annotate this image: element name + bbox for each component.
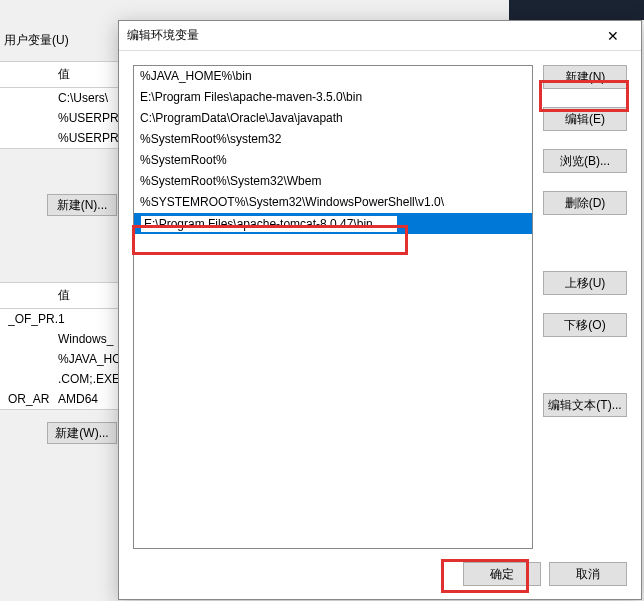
new-user-var-button[interactable]: 新建(N)... [47,194,117,216]
dialog-titlebar: 编辑环境变量 ✕ [119,21,641,51]
path-entry[interactable]: %SystemRoot%\system32 [134,129,532,150]
move-down-button[interactable]: 下移(O) [543,313,627,337]
user-vars-list: C:\Users\ %USERPR %USERPR [0,88,120,149]
close-button[interactable]: ✕ [593,22,633,50]
path-entry-input[interactable] [140,215,398,233]
list-row: _OF_PR... 1 [0,309,120,329]
path-entry[interactable]: %JAVA_HOME%\bin [134,66,532,87]
new-entry-button[interactable]: 新建(N) [543,65,627,89]
ok-button[interactable]: 确定 [463,562,541,586]
close-icon: ✕ [607,28,619,44]
list-row: .COM;.EXE [0,369,120,389]
user-vars-section: 用户变量(U) 值 C:\Users\ %USERPR %USERPR [0,30,120,149]
list-row: Windows_ [0,329,120,349]
path-entry[interactable]: %SystemRoot% [134,150,532,171]
dialog-body: %JAVA_HOME%\bin E:\Program Files\apache-… [119,51,641,549]
cancel-button[interactable]: 取消 [549,562,627,586]
edit-env-var-dialog: 编辑环境变量 ✕ %JAVA_HOME%\bin E:\Program File… [118,20,642,600]
path-entries-listbox[interactable]: %JAVA_HOME%\bin E:\Program Files\apache-… [133,65,533,549]
dialog-title: 编辑环境变量 [127,27,593,44]
dark-header-strip [509,0,644,20]
path-entry[interactable]: %SystemRoot%\System32\Wbem [134,171,532,192]
new-sys-var-button[interactable]: 新建(W)... [47,422,117,444]
edit-entry-button[interactable]: 编辑(E) [543,107,627,131]
path-entry[interactable]: C:\ProgramData\Oracle\Java\javapath [134,108,532,129]
browse-button[interactable]: 浏览(B)... [543,149,627,173]
list-row: %JAVA_HO [0,349,120,369]
path-entry[interactable]: E:\Program Files\apache-maven-3.5.0\bin [134,87,532,108]
sys-vars-section: 值 _OF_PR... 1 Windows_ %JAVA_HO .COM;.EX… [0,282,120,410]
column-header-value: 值 [0,61,120,88]
user-vars-label: 用户变量(U) [0,30,120,51]
list-row: %USERPR [0,108,120,128]
path-entry[interactable]: %SYSTEMROOT%\System32\WindowsPowerShell\… [134,192,532,213]
list-row: %USERPR [0,128,120,148]
edit-text-button[interactable]: 编辑文本(T)... [543,393,627,417]
dialog-footer: 确定 取消 [119,549,641,599]
dialog-buttons-column: 新建(N) 编辑(E) 浏览(B)... 删除(D) 上移(U) 下移(O) 编… [543,65,627,549]
path-entry-editing[interactable] [134,213,532,234]
sys-vars-list: _OF_PR... 1 Windows_ %JAVA_HO .COM;.EXE … [0,309,120,410]
list-row: OR_AR AMD64 [0,389,120,409]
delete-entry-button[interactable]: 删除(D) [543,191,627,215]
move-up-button[interactable]: 上移(U) [543,271,627,295]
column-header-value: 值 [0,282,120,309]
list-row: C:\Users\ [0,88,120,108]
